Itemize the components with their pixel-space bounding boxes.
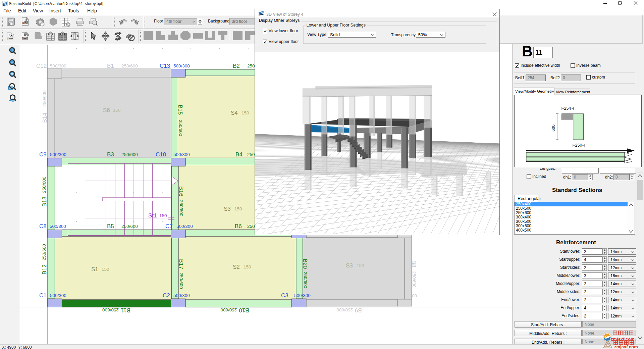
svg-text:S3: S3 (346, 262, 353, 269)
svg-text:250/600: 250/600 (42, 90, 47, 107)
svg-text:500/300: 500/300 (176, 224, 193, 229)
svg-text:500/300: 500/300 (50, 63, 66, 68)
svg-text:250/600: 250/600 (121, 152, 138, 157)
svg-text:DWG: DWG (7, 37, 13, 40)
svg-text:B17: B17 (178, 259, 184, 269)
svg-text:St1: St1 (148, 212, 157, 219)
svg-text:B14: B14 (42, 113, 48, 123)
svg-text:S3: S3 (224, 206, 231, 212)
svg-text:250/600: 250/600 (412, 271, 417, 288)
svg-text:B4: B4 (235, 151, 243, 158)
svg-text:C9: C9 (39, 151, 47, 158)
svg-text:C2: C2 (163, 292, 170, 299)
svg-text:C12: C12 (36, 63, 47, 69)
svg-text:C3: C3 (281, 292, 288, 299)
svg-text:B3: B3 (107, 151, 114, 158)
svg-text:500/300: 500/300 (50, 293, 66, 298)
svg-text:B12: B12 (41, 264, 48, 275)
svg-text:250/600: 250/600 (42, 177, 47, 193)
svg-text:B6: B6 (235, 223, 242, 230)
svg-text:250/600: 250/600 (178, 120, 183, 136)
svg-text:S4: S4 (231, 110, 238, 116)
svg-text:C8: C8 (39, 223, 47, 230)
svg-text:500/300: 500/300 (173, 152, 190, 157)
svg-text:500/300: 500/300 (50, 224, 66, 229)
svg-text:250/600: 250/600 (121, 224, 138, 229)
svg-text:250/600: 250/600 (179, 272, 184, 289)
svg-text:150: 150 (241, 110, 249, 115)
svg-text:C13: C13 (160, 63, 170, 69)
svg-text:B20: B20 (302, 259, 308, 269)
svg-text:B15: B15 (177, 105, 183, 115)
svg-text:250/600: 250/600 (42, 244, 47, 260)
svg-text:150: 150 (234, 206, 242, 211)
svg-text:S2: S2 (233, 264, 240, 270)
svg-text:150: 150 (113, 108, 121, 113)
svg-text:150: 150 (102, 267, 109, 272)
svg-text:B5: B5 (107, 223, 114, 230)
svg-text:250: 250 (575, 143, 582, 148)
svg-text:250/600: 250/600 (303, 272, 308, 288)
svg-text:B1: B1 (107, 63, 114, 69)
svg-text:500/300: 500/300 (294, 293, 311, 298)
svg-text:B2: B2 (233, 63, 240, 69)
svg-text:250/600: 250/600 (179, 200, 184, 216)
svg-text:250/600: 250/600 (121, 63, 138, 68)
svg-text:DWG: DWG (22, 37, 28, 39)
svg-text:500/300: 500/300 (50, 152, 66, 157)
svg-text:B9250/600: B9250/600 (336, 307, 362, 313)
svg-text:S1: S1 (91, 266, 98, 272)
svg-text:C1: C1 (39, 292, 47, 299)
svg-text:B8: B8 (411, 260, 417, 267)
svg-text:00: 00 (412, 293, 417, 298)
svg-text:B10250/600: B10250/600 (220, 307, 249, 313)
svg-text:150: 150 (357, 263, 364, 268)
svg-text:C10: C10 (156, 151, 166, 158)
svg-text:S6: S6 (103, 107, 110, 113)
svg-text:254: 254 (564, 106, 571, 111)
svg-text:500/300: 500/300 (173, 63, 190, 68)
svg-text:B13: B13 (41, 197, 48, 207)
svg-text:150: 150 (159, 213, 167, 218)
svg-text:150: 150 (244, 264, 251, 269)
svg-text:B16: B16 (178, 186, 184, 196)
svg-text:B11250/600: B11250/600 (102, 307, 130, 313)
svg-text:600: 600 (551, 124, 556, 132)
svg-text:C7: C7 (165, 223, 173, 230)
svg-text:500/300: 500/300 (173, 293, 190, 298)
